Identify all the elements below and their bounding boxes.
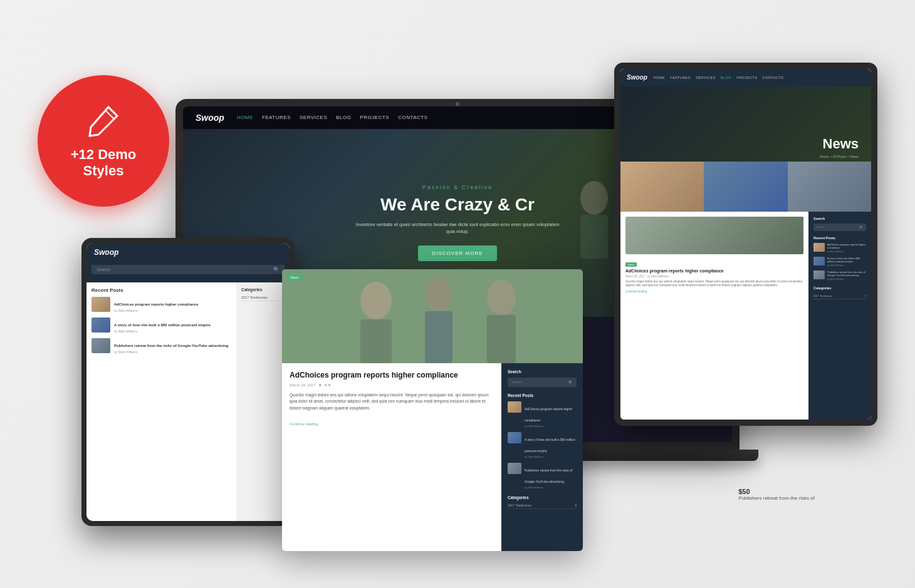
pc-search-placeholder: Search: [97, 267, 273, 272]
tc-recent-thumb-1: [813, 243, 825, 252]
tc-read-more[interactable]: Continue reading: [625, 290, 803, 293]
tc-posts-area: News AdChoices program reports higher co…: [620, 212, 808, 420]
tc-recent-text-3: Publishers retreat from the risks of Goo…: [827, 271, 866, 281]
tc-search-input[interactable]: [817, 225, 859, 229]
tc-recent-author-1: by Nikki Williams: [827, 250, 866, 254]
tc-recent-title-2[interactable]: A story of how she built a $50 million p…: [827, 257, 860, 264]
wp-nav-links: HOME FEATURES SERVICES BLOG PROJECTS CON…: [237, 115, 662, 120]
tc-nav-links: HOME FEATURES SERVICES BLOG PROJECTS CON…: [654, 76, 784, 80]
tc-recent-text-1: AdChoices program reports higher complia…: [827, 243, 866, 254]
mc-recent-thumb-3: [508, 463, 521, 474]
tc-recent-title-1[interactable]: AdChoices program reports higher complia…: [827, 243, 865, 250]
tc-image-1: [620, 162, 704, 212]
mc-sb-recent-section: Recent Posts AdChoices program reports h…: [508, 393, 577, 489]
mc-read-more[interactable]: Continue reading: [290, 422, 318, 426]
mc-recent-title-3[interactable]: Publishers retreat from the risks of Goo…: [525, 468, 572, 483]
tc-search-icon[interactable]: 🔍: [859, 225, 863, 229]
pc-post-item-3: Publishers retreat from the risks of Goo…: [92, 338, 231, 354]
mc-recent-title-2[interactable]: A story of how she built a $50 million p…: [525, 438, 575, 453]
tc-categories-title: Categories: [813, 286, 866, 290]
mc-recent-content-2: A story of how she built a $50 million p…: [525, 432, 577, 458]
wp-nav-home[interactable]: HOME: [237, 115, 253, 120]
mc-post-stars: ★ ★: [324, 383, 332, 387]
phone-device: Swoop Search 🔍 Recent Posts: [81, 238, 295, 526]
phone-screen: Swoop Search 🔍 Recent Posts: [86, 243, 290, 521]
badge-line1: +12 Demo: [71, 147, 137, 162]
tc-navbar: Swoop HOME FEATURES SERVICES BLOG PROJEC…: [620, 69, 871, 86]
tc-featured-post: News AdChoices program reports higher co…: [625, 217, 803, 294]
mc-recent-author-2: by Nikki Williams: [525, 455, 577, 458]
mc-recent-author-1: by Nikki Williams: [525, 425, 577, 428]
wp-nav-services[interactable]: SERVICES: [300, 115, 327, 120]
pc-search-box: Search 🔍: [92, 265, 285, 274]
wp-nav-contacts[interactable]: CONTACTS: [398, 115, 427, 120]
tc-hero: News Home > All Posts > News: [620, 86, 871, 162]
wp-nav-blog[interactable]: BLOG: [336, 115, 351, 120]
tc-nav-blog[interactable]: BLOG: [721, 76, 731, 80]
tc-cat-count-1: 3: [865, 294, 866, 297]
pc-navbar: Swoop: [86, 243, 290, 262]
tc-nav-contacts[interactable]: CONTACTS: [763, 76, 784, 80]
mc-post-title[interactable]: AdChoices program reports higher complia…: [290, 371, 494, 381]
mc-post-meta: March 28, 2017 ★ ★ ★: [290, 383, 494, 387]
pc-post-author-1: by Nikki Williams: [114, 309, 198, 312]
tc-post-title[interactable]: AdChoices program reports higher complia…: [625, 268, 803, 274]
tc-post-meta: March 28, 2017 · by Nikki Williams: [625, 275, 803, 278]
tc-nav-features[interactable]: FEATURES: [670, 76, 691, 80]
pc-post-title-1[interactable]: AdChoices program reports higher complia…: [114, 302, 198, 306]
wp-nav-features[interactable]: FEATURES: [262, 115, 291, 120]
wp-cta-button[interactable]: Discover More: [418, 245, 496, 261]
pc-post-author-3: by Nikki Williams: [114, 350, 228, 354]
tc-search-box: 🔍: [813, 224, 866, 231]
mc-post-date: March 28, 2017: [290, 383, 316, 387]
tc-sidebar: Search 🔍 Recent Posts: [808, 212, 871, 420]
pc-cat-item-1[interactable]: 2017 Tendencies 3: [241, 294, 285, 301]
svg-point-11: [487, 280, 516, 315]
pc-post-title-2[interactable]: A story of how she built a $50 million p…: [114, 323, 211, 327]
tc-recent-title-3[interactable]: Publishers retreat from the risks of Goo…: [827, 271, 865, 277]
tc-nav-services[interactable]: SERVICES: [696, 76, 716, 80]
pen-icon: [85, 102, 122, 142]
mc-main: AdChoices program reports higher complia…: [282, 363, 501, 551]
tc-post-author: by Nikki Williams: [647, 275, 669, 278]
tc-recent-item-3: Publishers retreat from the risks of Goo…: [813, 271, 866, 281]
pc-post-title-3[interactable]: Publishers retreat from the risks of Goo…: [114, 344, 228, 348]
pc-post-item-2: A story of how she built a $50 million p…: [92, 317, 231, 333]
tc-recent-title: Recent Posts: [813, 236, 866, 240]
mc-recent-thumb-2: [508, 432, 521, 443]
mc-recent-title-1[interactable]: AdChoices program reports higher complia…: [525, 407, 572, 422]
pc-post-content-1: AdChoices program reports higher complia…: [114, 297, 198, 312]
mc-sb-search-icon[interactable]: 🔍: [568, 380, 573, 384]
tc-cat-item-1[interactable]: 2017 Tendencies 3: [813, 293, 866, 299]
mc-sb-search-label: Search: [508, 369, 577, 374]
tc-post-tag: News: [625, 262, 637, 267]
mc-sb-recent-title: Recent Posts: [508, 393, 577, 398]
pc-cat-name: 2017 Tendencies: [241, 296, 268, 299]
mc-recent-content-3: Publishers retreat from the risks of Goo…: [525, 463, 577, 489]
pc-post-thumb-3: [92, 338, 110, 353]
wp-nav-projects[interactable]: PROJECTS: [360, 115, 390, 120]
tc-recent-author-3: by Nikki Williams: [827, 278, 866, 281]
mc-cat-name: 2017 Tendencies: [508, 503, 531, 507]
svg-rect-8: [360, 319, 392, 363]
tablet-device: Swoop HOME FEATURES SERVICES BLOG PROJEC…: [614, 63, 877, 426]
tc-nav-home[interactable]: HOME: [654, 76, 666, 80]
scene: +12 Demo Styles Swoop HOME FEATURES SERV…: [19, 13, 896, 576]
tc-hero-breadcrumb: Home > All Posts > News: [820, 155, 859, 158]
right-extra-text: $50 Publishers retreat from the risks of: [738, 488, 815, 501]
pc-search-icon[interactable]: 🔍: [273, 267, 280, 272]
mc-recent-item-2: A story of how she built a $50 million p…: [508, 432, 577, 458]
tc-nav-projects[interactable]: PROJECTS: [736, 76, 757, 80]
mc-cat-item-1[interactable]: 2017 Tendencies 3: [508, 502, 577, 509]
phone-content: Swoop Search 🔍 Recent Posts: [86, 243, 290, 521]
svg-point-7: [360, 282, 392, 319]
tc-search-section: Search 🔍: [813, 217, 866, 231]
tc-main-area: News AdChoices program reports higher co…: [620, 212, 871, 420]
pc-posts-list: Recent Posts AdChoices program reports h…: [86, 282, 236, 521]
pc-post-thumb-1: [92, 297, 110, 312]
mc-recent-author-3: by Nikki Williams: [525, 486, 577, 489]
wp-headline: We Are Crazy & Cr: [380, 195, 535, 215]
mc-cat-title: Categories: [508, 495, 577, 500]
pc-main-area: Recent Posts AdChoices program reports h…: [86, 282, 290, 521]
pc-categories-title: Categories: [241, 287, 285, 292]
